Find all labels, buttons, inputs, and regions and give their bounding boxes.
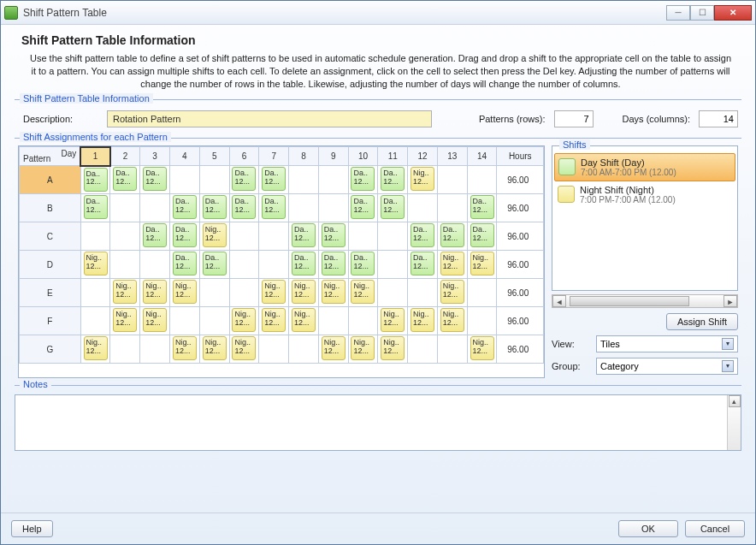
titlebar[interactable]: Shift Pattern Table ─ ☐ ✕ — [1, 1, 755, 25]
day-header[interactable]: 4 — [170, 147, 200, 166]
shift-item[interactable]: Night Shift (Night)7:00 PM-7:00 AM (12.0… — [554, 181, 735, 208]
pattern-cell[interactable] — [170, 307, 200, 335]
pattern-cell[interactable]: Nig..12... — [318, 335, 348, 364]
pattern-cell[interactable]: Nig..12... — [170, 335, 200, 364]
pattern-cell[interactable] — [378, 251, 408, 279]
day-header[interactable]: 12 — [408, 147, 438, 166]
pattern-cell[interactable] — [437, 335, 467, 364]
pattern-cell[interactable] — [80, 222, 110, 251]
pattern-cell[interactable] — [289, 166, 319, 194]
pattern-cell[interactable]: Da..12... — [318, 222, 348, 251]
night-shift-chip[interactable]: Nig..12... — [173, 280, 197, 304]
pattern-cell[interactable]: Da..12... — [110, 166, 140, 194]
day-shift-chip[interactable]: Da..12... — [143, 223, 167, 247]
pattern-cell[interactable]: Nig..12... — [140, 307, 170, 335]
night-shift-chip[interactable]: Nig..12... — [143, 308, 167, 332]
pattern-grid[interactable]: DayPattern1234567891011121314HoursADa..1… — [18, 145, 545, 378]
night-shift-chip[interactable]: Nig..12... — [381, 336, 405, 360]
day-header[interactable]: 2 — [110, 147, 140, 166]
scroll-up-icon[interactable]: ▴ — [729, 395, 741, 407]
maximize-button[interactable]: ☐ — [690, 5, 714, 21]
pattern-cell[interactable] — [199, 279, 229, 307]
night-shift-chip[interactable]: Nig..12... — [173, 336, 197, 360]
day-shift-chip[interactable]: Da..12... — [262, 167, 286, 191]
day-header[interactable]: 7 — [259, 147, 289, 166]
pattern-cell[interactable] — [289, 194, 319, 222]
pattern-cell[interactable]: Nig..12... — [408, 307, 438, 335]
pattern-cell[interactable] — [199, 307, 229, 335]
pattern-cell[interactable]: Nig..12... — [318, 279, 348, 307]
pattern-cell[interactable]: Da..12... — [408, 251, 438, 279]
pattern-cell[interactable]: Nig..12... — [229, 307, 259, 335]
pattern-row-header[interactable]: C — [20, 222, 81, 251]
pattern-cell[interactable] — [259, 222, 289, 251]
pattern-cell[interactable] — [80, 307, 110, 335]
night-shift-chip[interactable]: Nig..12... — [440, 252, 464, 275]
pattern-cell[interactable]: Da..12... — [170, 251, 200, 279]
night-shift-chip[interactable]: Nig..12... — [351, 280, 375, 304]
pattern-cell[interactable]: Da..12... — [199, 251, 229, 279]
night-shift-chip[interactable]: Nig..12... — [262, 280, 286, 304]
pattern-cell[interactable]: Da..12... — [348, 166, 378, 194]
close-button[interactable]: ✕ — [714, 5, 752, 21]
pattern-cell[interactable] — [170, 166, 200, 194]
night-shift-chip[interactable]: Nig..12... — [292, 280, 316, 304]
pattern-cell[interactable]: Da..12... — [378, 194, 408, 222]
day-header[interactable]: 13 — [437, 147, 467, 166]
pattern-cell[interactable]: Nig..12... — [229, 335, 259, 364]
day-header[interactable]: 11 — [378, 147, 408, 166]
day-shift-chip[interactable]: Da..12... — [470, 195, 494, 219]
night-shift-chip[interactable]: Nig..12... — [322, 336, 346, 360]
pattern-cell[interactable] — [437, 194, 467, 222]
patterns-input[interactable] — [554, 110, 594, 127]
day-shift-chip[interactable]: Da..12... — [410, 223, 434, 247]
pattern-cell[interactable]: Nig..12... — [110, 307, 140, 335]
day-shift-chip[interactable]: Da..12... — [232, 167, 256, 191]
night-shift-chip[interactable]: Nig..12... — [410, 167, 434, 191]
night-shift-chip[interactable]: Nig..12... — [351, 336, 375, 360]
pattern-cell[interactable]: Nig..12... — [378, 335, 408, 364]
day-header[interactable]: 8 — [289, 147, 319, 166]
pattern-cell[interactable] — [318, 307, 348, 335]
pattern-cell[interactable] — [348, 307, 378, 335]
day-header[interactable]: 6 — [229, 147, 259, 166]
pattern-cell[interactable] — [378, 222, 408, 251]
day-shift-chip[interactable]: Da..12... — [351, 195, 375, 219]
day-header[interactable]: 10 — [348, 147, 378, 166]
day-header[interactable]: 14 — [467, 147, 497, 166]
pattern-cell[interactable]: Nig..12... — [289, 279, 319, 307]
night-shift-chip[interactable]: Nig..12... — [143, 280, 167, 304]
pattern-cell[interactable] — [80, 279, 110, 307]
pattern-cell[interactable]: Da..12... — [199, 194, 229, 222]
pattern-cell[interactable]: Nig..12... — [289, 307, 319, 335]
pattern-cell[interactable]: Nig..12... — [467, 335, 497, 364]
pattern-cell[interactable] — [140, 335, 170, 364]
pattern-cell[interactable] — [437, 166, 467, 194]
cancel-button[interactable]: Cancel — [685, 520, 745, 537]
pattern-row-header[interactable]: E — [20, 279, 81, 307]
day-shift-chip[interactable]: Da..12... — [232, 195, 256, 219]
night-shift-chip[interactable]: Nig..12... — [292, 308, 316, 332]
day-shift-chip[interactable]: Da..12... — [113, 167, 137, 191]
pattern-cell[interactable]: Nig..12... — [467, 251, 497, 279]
night-shift-chip[interactable]: Nig..12... — [440, 308, 464, 332]
night-shift-chip[interactable]: Nig..12... — [203, 336, 227, 360]
pattern-cell[interactable] — [110, 251, 140, 279]
pattern-cell[interactable] — [467, 307, 497, 335]
night-shift-chip[interactable]: Nig..12... — [203, 223, 227, 247]
pattern-row-header[interactable]: F — [20, 307, 81, 335]
pattern-cell[interactable] — [140, 251, 170, 279]
night-shift-chip[interactable]: Nig..12... — [232, 336, 256, 360]
day-shift-chip[interactable]: Da..12... — [292, 252, 316, 275]
day-shift-chip[interactable]: Da..12... — [262, 195, 286, 219]
day-shift-chip[interactable]: Da..12... — [292, 223, 316, 247]
day-shift-chip[interactable]: Da..12... — [410, 252, 434, 275]
pattern-cell[interactable]: Nig..12... — [378, 307, 408, 335]
day-shift-chip[interactable]: Da..12... — [84, 168, 108, 192]
pattern-cell[interactable]: Da..12... — [140, 166, 170, 194]
pattern-cell[interactable]: Da..12... — [170, 222, 200, 251]
pattern-cell[interactable] — [408, 194, 438, 222]
night-shift-chip[interactable]: Nig..12... — [381, 308, 405, 332]
day-header[interactable]: 1 — [80, 147, 110, 166]
day-shift-chip[interactable]: Da..12... — [381, 167, 405, 191]
